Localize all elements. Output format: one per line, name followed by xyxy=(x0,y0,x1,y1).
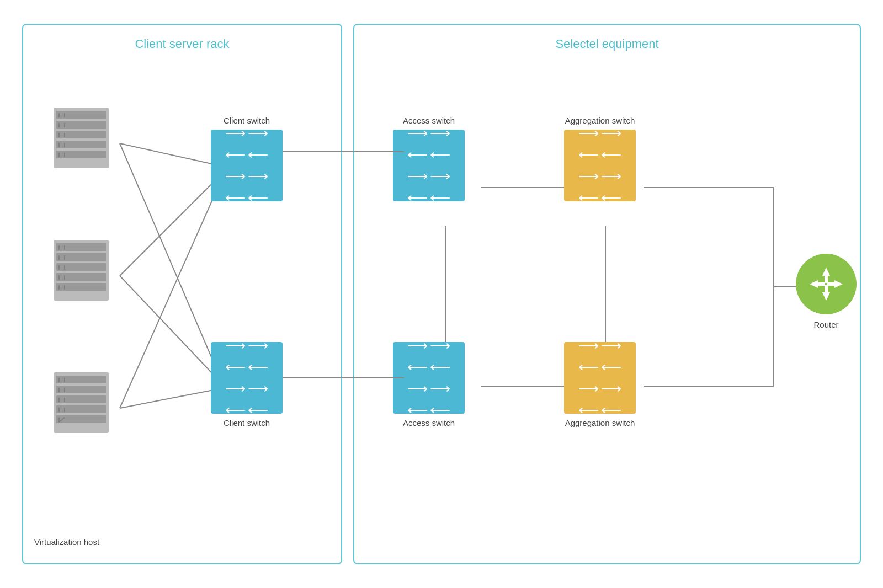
server-rack-3 xyxy=(51,372,111,439)
arrow-row-7: ⟶⟶ xyxy=(225,380,268,397)
svg-line-1 xyxy=(120,143,219,375)
svg-rect-43 xyxy=(56,415,106,423)
arrow-row-8: ⟵⟵ xyxy=(225,402,268,419)
svg-line-0 xyxy=(120,143,219,165)
arrow-row-1: ⟶⟶ xyxy=(225,125,268,142)
agg-switch-bottom: ⟶⟶ ⟵⟵ ⟶⟶ ⟵⟵ Aggregation switch xyxy=(564,342,636,427)
svg-rect-25 xyxy=(56,263,106,271)
right-panel-title: Selectel equipment xyxy=(555,37,658,51)
arrow-row-4: ⟵⟵ xyxy=(225,189,268,206)
access-switch-bottom: ⟶⟶ ⟵⟵ ⟶⟶ ⟵⟵ Access switch xyxy=(393,342,465,427)
access-switch-top-icon: ⟶⟶ ⟵⟵ ⟶⟶ ⟵⟵ xyxy=(393,130,465,201)
svg-line-3 xyxy=(120,276,219,381)
agg-switch-bottom-label: Aggregation switch xyxy=(564,418,636,427)
server-rack-1 xyxy=(51,108,111,174)
svg-rect-10 xyxy=(56,141,106,148)
router-label: Router xyxy=(796,320,857,329)
client-switch-top-label: Client switch xyxy=(211,116,283,125)
svg-line-4 xyxy=(120,185,219,408)
svg-rect-39 xyxy=(56,376,106,383)
svg-rect-69 xyxy=(827,282,836,286)
svg-rect-67 xyxy=(817,282,825,286)
arrow-row-3: ⟶⟶ xyxy=(225,168,268,185)
svg-rect-11 xyxy=(56,151,106,158)
svg-rect-9 xyxy=(56,131,106,138)
svg-rect-42 xyxy=(56,405,106,413)
server-rack-2 xyxy=(51,240,111,306)
agg-switch-bottom-icon: ⟶⟶ ⟵⟵ ⟶⟶ ⟵⟵ xyxy=(564,342,636,414)
svg-rect-26 xyxy=(56,273,106,281)
svg-rect-23 xyxy=(56,243,106,251)
svg-rect-65 xyxy=(825,285,828,293)
client-switch-top-icon: ⟶⟶ ⟵⟵ ⟶⟶ ⟵⟵ xyxy=(211,130,283,201)
svg-rect-8 xyxy=(56,121,106,129)
access-switch-bottom-label: Access switch xyxy=(393,418,465,427)
svg-marker-68 xyxy=(834,280,843,288)
access-switch-top: Access switch ⟶⟶ ⟵⟵ ⟶⟶ ⟵⟵ xyxy=(393,116,465,201)
svg-rect-27 xyxy=(56,283,106,291)
left-panel-title: Client server rack xyxy=(135,37,229,51)
agg-switch-top: Aggregation switch ⟶⟶ ⟵⟵ ⟶⟶ ⟵⟵ xyxy=(564,116,636,201)
router-container: Router xyxy=(796,254,857,329)
right-connections-svg xyxy=(354,25,860,563)
arrow-row-2: ⟵⟵ xyxy=(225,146,268,163)
arrow-row-6: ⟵⟵ xyxy=(225,359,268,376)
client-switch-bottom: ⟶⟶ ⟵⟵ ⟶⟶ ⟵⟵ Client switch xyxy=(211,342,283,427)
svg-line-2 xyxy=(120,177,219,276)
selectel-equipment-panel: Selectel equipment Access switch xyxy=(353,24,861,564)
client-switch-top: Client switch ⟶⟶ ⟵⟵ ⟶⟶ ⟵⟵ xyxy=(211,116,283,201)
agg-switch-top-icon: ⟶⟶ ⟵⟵ ⟶⟶ ⟵⟵ xyxy=(564,130,636,201)
svg-marker-66 xyxy=(810,280,818,288)
diagram-container: Client server rack xyxy=(22,24,861,564)
svg-rect-40 xyxy=(56,386,106,393)
agg-switch-top-label: Aggregation switch xyxy=(564,116,636,125)
router-arrows-svg xyxy=(807,265,845,303)
svg-rect-7 xyxy=(56,111,106,119)
access-switch-bottom-icon: ⟶⟶ ⟵⟵ ⟶⟶ ⟵⟵ xyxy=(393,342,465,414)
router-icon xyxy=(796,254,857,314)
arrow-row-5: ⟶⟶ xyxy=(225,337,268,354)
svg-marker-62 xyxy=(822,268,830,276)
virtualization-host-label: Virtualization host xyxy=(34,537,99,547)
svg-rect-41 xyxy=(56,395,106,403)
client-server-rack-panel: Client server rack xyxy=(22,24,342,564)
access-switch-top-label: Access switch xyxy=(393,116,465,125)
svg-marker-64 xyxy=(822,292,830,301)
svg-rect-63 xyxy=(825,275,828,283)
svg-rect-24 xyxy=(56,253,106,261)
client-switch-bottom-label: Client switch xyxy=(211,418,283,427)
svg-line-5 xyxy=(120,389,219,408)
client-switch-bottom-icon: ⟶⟶ ⟵⟵ ⟶⟶ ⟵⟵ xyxy=(211,342,283,414)
